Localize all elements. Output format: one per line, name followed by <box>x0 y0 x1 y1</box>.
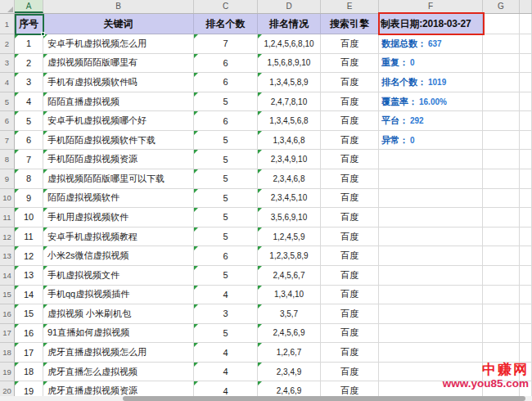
cell-h1[interactable] <box>520 14 532 34</box>
cell-engine[interactable]: 百度 <box>321 246 379 266</box>
cell-positions[interactable]: 1,3,4,5,6,8 <box>258 111 321 131</box>
cell-count[interactable]: 5 <box>194 92 258 112</box>
cell-seq[interactable]: 14 <box>15 286 43 305</box>
cell-keyword[interactable]: 安卓手机虚拟视频怎么用 <box>43 34 194 54</box>
cell-stat[interactable]: 重复：0 <box>379 54 483 74</box>
cell-engine[interactable]: 百度 <box>321 189 379 209</box>
cell-stat[interactable]: 数据总数：637 <box>379 34 483 54</box>
row-header-13[interactable]: 13 <box>0 246 15 266</box>
cell-keyword[interactable]: 手机有虚拟视频软件吗 <box>43 73 194 92</box>
cell-empty-g[interactable] <box>483 131 520 151</box>
column-header-partial[interactable] <box>520 0 532 13</box>
row-header-6[interactable]: 6 <box>0 111 15 131</box>
cell-empty-h[interactable] <box>520 131 532 151</box>
cell-empty-g[interactable] <box>483 73 520 92</box>
cell-stat[interactable] <box>379 286 483 305</box>
cell-empty-h[interactable] <box>520 324 532 344</box>
cell-positions[interactable]: 1,3,4,5,8,9 <box>258 73 321 92</box>
cell-count[interactable]: 4 <box>194 343 258 363</box>
cell-empty-h[interactable] <box>520 246 532 266</box>
cell-count[interactable]: 4 <box>194 363 258 382</box>
cell-stat[interactable]: 排名个数：1019 <box>379 73 483 92</box>
cell-engine[interactable]: 百度 <box>321 34 379 54</box>
cell-positions[interactable]: 1,5,6,8,9,10 <box>258 54 321 74</box>
cell-keyword[interactable]: 91直播如何虚拟视频 <box>43 324 194 344</box>
cell-c1-count-header[interactable]: 排名个数 <box>194 14 258 34</box>
row-header-4[interactable]: 4 <box>0 73 15 92</box>
select-all-corner[interactable] <box>0 0 15 13</box>
cell-keyword[interactable]: 手机陌陌虚拟视频软件下载 <box>43 131 194 151</box>
row-header-19[interactable]: 19 <box>0 363 15 382</box>
cell-count[interactable]: 5 <box>194 131 258 151</box>
column-header-b[interactable]: B <box>43 0 194 13</box>
cell-empty-h[interactable] <box>520 34 532 54</box>
horizontal-scrollbar-thumb[interactable] <box>123 396 525 401</box>
cell-empty-g[interactable] <box>483 111 520 131</box>
cell-keyword[interactable]: 陌陌直播虚拟视频 <box>43 92 194 112</box>
cell-seq[interactable]: 4 <box>15 92 43 112</box>
cell-engine[interactable]: 百度 <box>321 286 379 305</box>
cell-count[interactable]: 6 <box>194 54 258 74</box>
cell-keyword[interactable]: 虎牙直播怎么虚拟视频 <box>43 363 194 382</box>
cell-seq[interactable]: 11 <box>15 228 43 247</box>
cell-keyword[interactable]: 手机qq虚拟视频插件 <box>43 286 194 305</box>
cell-stat[interactable] <box>379 228 483 247</box>
cell-positions[interactable]: 1,2,4,5,9 <box>258 228 321 247</box>
cell-positions[interactable]: 3,5,6,9,10 <box>258 208 321 228</box>
column-header-c[interactable]: C <box>194 0 258 13</box>
cell-keyword[interactable]: 小米2s微信虚拟视频 <box>43 246 194 266</box>
cell-count[interactable]: 4 <box>194 286 258 305</box>
cell-seq[interactable]: 2 <box>15 54 43 74</box>
cell-positions[interactable]: 2,3,4,5,10 <box>258 189 321 209</box>
cell-stat[interactable] <box>379 189 483 209</box>
cell-seq[interactable]: 12 <box>15 246 43 266</box>
cell-count[interactable]: 5 <box>194 150 258 169</box>
cell-count[interactable]: 3 <box>194 304 258 324</box>
cell-count[interactable]: 5 <box>194 208 258 228</box>
cell-stat[interactable] <box>379 208 483 228</box>
cell-empty-h[interactable] <box>520 208 532 228</box>
cell-stat[interactable]: 覆盖率：16.00% <box>379 92 483 112</box>
cell-positions[interactable]: 3,5,7 <box>258 304 321 324</box>
row-header-12[interactable]: 12 <box>0 228 15 247</box>
cell-positions[interactable]: 1,2,4,5,6,8,10 <box>258 34 321 54</box>
cell-count[interactable]: 5 <box>194 189 258 209</box>
cell-seq[interactable]: 7 <box>15 150 43 169</box>
cell-empty-g[interactable] <box>483 304 520 324</box>
cell-positions[interactable]: 1,2,6,7 <box>258 343 321 363</box>
row-header-8[interactable]: 8 <box>0 150 15 169</box>
cell-engine[interactable]: 百度 <box>321 208 379 228</box>
cell-engine[interactable]: 百度 <box>321 169 379 189</box>
cell-engine[interactable]: 百度 <box>321 54 379 74</box>
cell-keyword[interactable]: 手机陌陌虚拟视频资源 <box>43 150 194 169</box>
cell-empty-g[interactable] <box>483 54 520 74</box>
cell-count[interactable]: 5 <box>194 266 258 286</box>
cell-positions[interactable]: 2,3,4,6,8 <box>258 169 321 189</box>
fill-handle[interactable] <box>41 32 45 36</box>
row-header-17[interactable]: 17 <box>0 324 15 344</box>
cell-b1-keyword-header[interactable]: 关键词 <box>43 14 194 34</box>
row-header-15[interactable]: 15 <box>0 286 15 305</box>
cell-seq[interactable]: 9 <box>15 189 43 209</box>
cell-positions[interactable]: 2,3,4,9 <box>258 363 321 382</box>
cell-stat[interactable] <box>379 266 483 286</box>
cell-empty-g[interactable] <box>483 266 520 286</box>
cell-empty-g[interactable] <box>483 343 520 363</box>
cell-engine[interactable]: 百度 <box>321 111 379 131</box>
cell-keyword[interactable]: 虚拟视频 小米刷机包 <box>43 304 194 324</box>
cell-empty-h[interactable] <box>520 150 532 169</box>
cell-engine[interactable]: 百度 <box>321 343 379 363</box>
horizontal-scrollbar[interactable] <box>0 396 532 401</box>
column-header-e[interactable]: E <box>321 0 379 13</box>
cell-engine[interactable]: 百度 <box>321 228 379 247</box>
cell-empty-g[interactable] <box>483 246 520 266</box>
cell-seq[interactable]: 10 <box>15 208 43 228</box>
cell-empty-h[interactable] <box>520 54 532 74</box>
cell-keyword[interactable]: 安卓手机虚拟视频教程 <box>43 228 194 247</box>
cell-empty-g[interactable] <box>483 150 520 169</box>
row-header-9[interactable]: 9 <box>0 169 15 189</box>
cell-count[interactable]: 5 <box>194 228 258 247</box>
cell-positions[interactable]: 2,3,4,9,10 <box>258 150 321 169</box>
cell-empty-g[interactable] <box>483 34 520 54</box>
cell-stat[interactable] <box>379 169 483 189</box>
